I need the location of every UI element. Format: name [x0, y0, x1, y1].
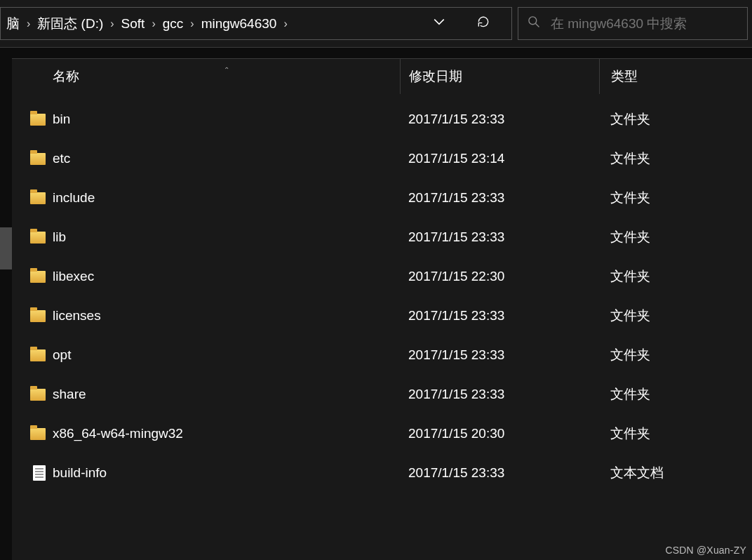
- column-header-date[interactable]: 修改日期: [400, 59, 599, 94]
- table-row[interactable]: bin2017/1/15 23:33文件夹: [12, 100, 752, 139]
- search-input[interactable]: [551, 16, 739, 32]
- file-date: 2017/1/15 23:33: [400, 308, 599, 324]
- breadcrumb-item[interactable]: 脑: [2, 12, 24, 36]
- table-row[interactable]: etc2017/1/15 23:14文件夹: [12, 139, 752, 178]
- folder-icon: [12, 349, 53, 361]
- history-dropdown-icon[interactable]: [427, 10, 451, 37]
- search-icon: [527, 15, 541, 32]
- breadcrumb-item[interactable]: gcc: [159, 13, 188, 34]
- file-date: 2017/1/15 23:33: [400, 190, 599, 206]
- file-type: 文件夹: [599, 385, 752, 404]
- column-header-label: 修改日期: [409, 67, 462, 86]
- folder-icon: [12, 428, 53, 440]
- column-headers: ⌃ 名称 修改日期 类型: [12, 59, 752, 94]
- breadcrumb: 脑›新固态 (D:)›Soft›gcc›mingw64630›: [2, 12, 408, 36]
- file-name: opt: [53, 347, 400, 363]
- search-bar[interactable]: [518, 7, 748, 40]
- breadcrumb-item[interactable]: Soft: [117, 13, 149, 34]
- breadcrumb-item[interactable]: 新固态 (D:): [33, 12, 107, 36]
- file-date: 2017/1/15 23:33: [400, 387, 599, 402]
- file-rows: bin2017/1/15 23:33文件夹etc2017/1/15 23:14文…: [12, 94, 752, 493]
- file-type: 文件夹: [599, 149, 752, 168]
- file-name: bin: [53, 112, 400, 127]
- table-row[interactable]: libexec2017/1/15 22:30文件夹: [12, 257, 752, 296]
- table-row[interactable]: lib2017/1/15 23:33文件夹: [12, 218, 752, 257]
- file-date: 2017/1/15 23:14: [400, 151, 599, 166]
- column-header-label: 类型: [611, 67, 638, 86]
- column-header-label: 名称: [53, 69, 79, 84]
- table-row[interactable]: x86_64-w64-mingw322017/1/15 20:30文件夹: [12, 414, 752, 453]
- table-row[interactable]: opt2017/1/15 23:33文件夹: [12, 335, 752, 375]
- sort-indicator-icon: ⌃: [224, 66, 229, 74]
- watermark: CSDN @Xuan-ZY: [665, 545, 746, 556]
- address-actions: [408, 9, 507, 38]
- folder-icon: [12, 310, 53, 322]
- file-type: 文件夹: [599, 110, 752, 128]
- file-type: 文本文档: [599, 464, 752, 482]
- chevron-right-icon: ›: [107, 18, 116, 30]
- folder-icon: [12, 232, 53, 244]
- folder-icon: [12, 389, 53, 401]
- file-icon: [12, 465, 53, 481]
- folder-icon: [12, 271, 53, 283]
- folder-icon: [12, 153, 53, 165]
- column-header-name[interactable]: ⌃ 名称: [53, 67, 400, 86]
- table-row[interactable]: share2017/1/15 23:33文件夹: [12, 375, 752, 414]
- address-bar[interactable]: 脑›新固态 (D:)›Soft›gcc›mingw64630›: [0, 7, 512, 40]
- chevron-right-icon: ›: [187, 18, 196, 30]
- file-name: include: [53, 190, 400, 206]
- file-name: etc: [53, 151, 400, 166]
- file-name: build-info: [53, 465, 400, 481]
- file-type: 文件夹: [599, 189, 752, 207]
- file-name: lib: [53, 229, 400, 245]
- chevron-right-icon: ›: [281, 18, 290, 30]
- file-date: 2017/1/15 20:30: [400, 426, 599, 441]
- file-type: 文件夹: [599, 346, 752, 364]
- svg-line-1: [536, 24, 539, 27]
- table-row[interactable]: build-info2017/1/15 23:33文本文档: [12, 453, 752, 493]
- file-name: x86_64-w64-mingw32: [53, 426, 400, 441]
- chevron-right-icon: ›: [24, 18, 33, 30]
- table-row[interactable]: licenses2017/1/15 23:33文件夹: [12, 296, 752, 335]
- file-date: 2017/1/15 23:33: [400, 347, 599, 363]
- file-type: 文件夹: [599, 307, 752, 325]
- file-list-panel: ⌃ 名称 修改日期 类型 bin2017/1/15 23:33文件夹etc201…: [12, 58, 752, 560]
- file-name: licenses: [53, 308, 400, 324]
- file-type: 文件夹: [599, 267, 752, 286]
- folder-icon: [12, 114, 53, 126]
- file-date: 2017/1/15 23:33: [400, 112, 599, 127]
- file-name: share: [53, 387, 400, 402]
- file-name: libexec: [53, 269, 400, 284]
- file-date: 2017/1/15 22:30: [400, 269, 599, 284]
- toolbar: 脑›新固态 (D:)›Soft›gcc›mingw64630›: [0, 0, 752, 48]
- svg-point-0: [529, 17, 537, 25]
- table-row[interactable]: include2017/1/15 23:33文件夹: [12, 178, 752, 218]
- column-header-type[interactable]: 类型: [599, 59, 752, 94]
- folder-icon: [12, 192, 53, 204]
- file-date: 2017/1/15 23:33: [400, 229, 599, 245]
- breadcrumb-item[interactable]: mingw64630: [197, 13, 281, 34]
- chevron-right-icon: ›: [149, 18, 158, 30]
- file-date: 2017/1/15 23:33: [400, 465, 599, 481]
- file-type: 文件夹: [599, 425, 752, 443]
- scrollbar-thumb[interactable]: [0, 227, 12, 269]
- refresh-icon[interactable]: [471, 9, 496, 38]
- file-type: 文件夹: [599, 228, 752, 246]
